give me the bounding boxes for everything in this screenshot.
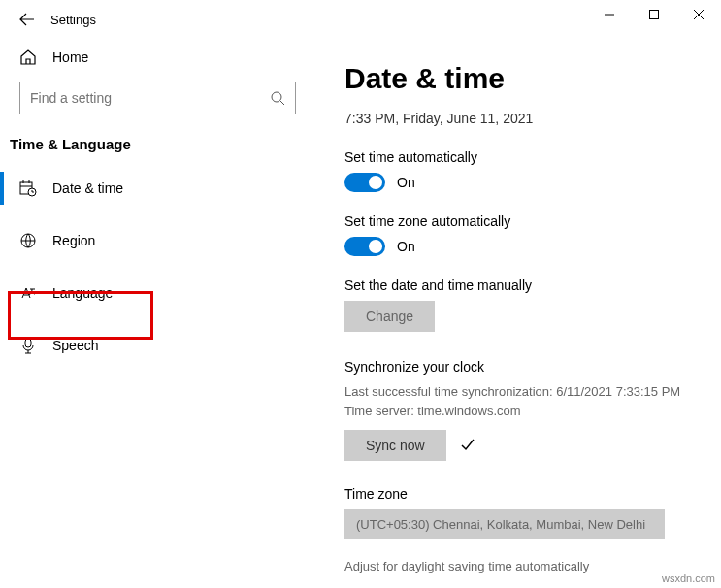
home-nav[interactable]: Home xyxy=(0,39,315,76)
auto-time-label: Set time automatically xyxy=(344,149,692,165)
auto-time-state: On xyxy=(397,175,415,190)
nav-date-time[interactable]: Date & time xyxy=(0,168,315,209)
maximize-button[interactable] xyxy=(632,0,676,29)
change-button: Change xyxy=(344,301,435,332)
nav-label: Region xyxy=(52,233,95,248)
checkmark-icon xyxy=(460,438,475,453)
page-title: Date & time xyxy=(344,62,692,95)
timezone-dropdown: (UTC+05:30) Chennai, Kolkata, Mumbai, Ne… xyxy=(344,509,665,539)
search-icon xyxy=(270,90,285,106)
sync-heading: Synchronize your clock xyxy=(344,359,692,375)
minimize-icon xyxy=(605,10,614,19)
globe-icon xyxy=(19,232,37,249)
close-button[interactable] xyxy=(676,0,721,29)
maximize-icon xyxy=(649,10,659,19)
current-datetime: 7:33 PM, Friday, June 11, 2021 xyxy=(344,111,692,126)
nav-label: Speech xyxy=(52,338,98,353)
window-title: Settings xyxy=(50,13,96,27)
sync-last: Last successful time synchronization: 6/… xyxy=(344,382,692,402)
home-icon xyxy=(19,49,37,66)
svg-rect-5 xyxy=(25,339,31,347)
back-button[interactable] xyxy=(8,0,47,39)
auto-tz-state: On xyxy=(397,239,415,254)
calendar-clock-icon xyxy=(19,180,37,197)
minimize-button[interactable] xyxy=(587,0,632,29)
nav-speech[interactable]: Speech xyxy=(0,325,315,366)
tz-heading: Time zone xyxy=(344,486,692,502)
watermark: wsxdn.com xyxy=(662,572,715,584)
window-controls xyxy=(587,0,721,29)
nav-region[interactable]: Region xyxy=(0,220,315,261)
svg-rect-0 xyxy=(650,11,659,19)
manual-label: Set the date and time manually xyxy=(344,278,692,293)
home-label: Home xyxy=(52,49,88,65)
auto-time-toggle[interactable] xyxy=(344,173,385,192)
nav-language[interactable]: Language xyxy=(0,273,315,313)
nav-label: Language xyxy=(52,285,113,301)
nav-label: Date & time xyxy=(52,180,123,196)
microphone-icon xyxy=(19,337,37,354)
svg-point-1 xyxy=(272,92,281,102)
search-input[interactable] xyxy=(30,90,270,106)
dst-note: Adjust for daylight saving time automati… xyxy=(344,559,692,573)
back-arrow-icon xyxy=(19,12,35,27)
close-icon xyxy=(694,10,704,19)
language-icon xyxy=(19,284,37,302)
auto-tz-toggle[interactable] xyxy=(344,237,385,256)
sidebar: Home Time & Language Date & time Region … xyxy=(0,39,315,588)
search-box[interactable] xyxy=(19,82,296,114)
sync-now-button[interactable]: Sync now xyxy=(344,430,446,461)
auto-tz-label: Set time zone automatically xyxy=(344,213,692,229)
category-heading: Time & Language xyxy=(0,132,315,168)
sync-server: Time server: time.windows.com xyxy=(344,402,692,421)
content-pane: Date & time 7:33 PM, Friday, June 11, 20… xyxy=(315,39,721,588)
